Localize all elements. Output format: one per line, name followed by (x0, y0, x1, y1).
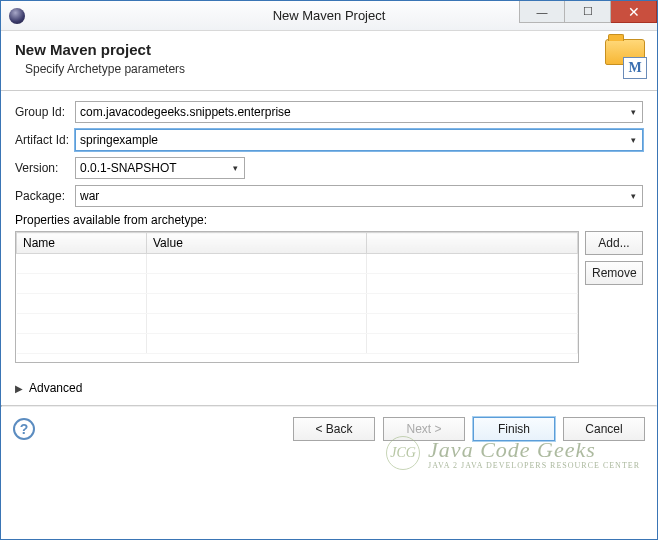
maven-m-icon: M (623, 57, 647, 79)
table-row[interactable] (17, 314, 578, 334)
wizard-subtitle: Specify Archetype parameters (25, 62, 643, 76)
wizard-heading: New Maven project (15, 41, 643, 58)
table-row[interactable] (17, 274, 578, 294)
next-button[interactable]: Next > (383, 417, 465, 441)
minimize-button[interactable]: — (519, 1, 565, 23)
artifact-id-input[interactable] (75, 129, 643, 151)
package-label: Package: (15, 189, 75, 203)
titlebar: New Maven Project — ☐ ✕ (1, 1, 657, 31)
maximize-button[interactable]: ☐ (565, 1, 611, 23)
version-row: Version: ▾ (15, 157, 643, 179)
group-id-label: Group Id: (15, 105, 75, 119)
add-button[interactable]: Add... (585, 231, 643, 255)
watermark-subtitle: JAVA 2 JAVA DEVELOPERS RESOURCE CENTER (428, 461, 640, 470)
properties-side-buttons: Add... Remove (585, 231, 643, 363)
cancel-button[interactable]: Cancel (563, 417, 645, 441)
wizard-banner: New Maven project Specify Archetype para… (1, 31, 657, 91)
properties-area: Name Value Add... Remove (15, 231, 643, 363)
content-area: Group Id: ▾ Artifact Id: ▾ Version: ▾ Pa… (1, 91, 657, 405)
version-input[interactable] (75, 157, 245, 179)
chevron-down-icon[interactable]: ▾ (226, 158, 244, 178)
version-label: Version: (15, 161, 75, 175)
package-combo[interactable]: ▾ (75, 185, 643, 207)
artifact-id-combo[interactable]: ▾ (75, 129, 643, 151)
artifact-id-row: Artifact Id: ▾ (15, 129, 643, 151)
chevron-down-icon[interactable]: ▾ (624, 130, 642, 150)
chevron-down-icon[interactable]: ▾ (624, 102, 642, 122)
col-name[interactable]: Name (17, 233, 147, 254)
expand-icon: ▶ (15, 383, 23, 394)
advanced-toggle[interactable]: ▶ Advanced (15, 381, 643, 395)
finish-button[interactable]: Finish (473, 417, 555, 441)
table-row[interactable] (17, 334, 578, 354)
advanced-label: Advanced (29, 381, 82, 395)
package-row: Package: ▾ (15, 185, 643, 207)
group-id-combo[interactable]: ▾ (75, 101, 643, 123)
properties-tbody (17, 254, 578, 354)
table-row[interactable] (17, 294, 578, 314)
version-combo[interactable]: ▾ (75, 157, 245, 179)
remove-button[interactable]: Remove (585, 261, 643, 285)
back-button[interactable]: < Back (293, 417, 375, 441)
group-id-input[interactable] (75, 101, 643, 123)
banner-icon: M (605, 39, 645, 75)
package-input[interactable] (75, 185, 643, 207)
wizard-footer: ? < Back Next > Finish Cancel (1, 407, 657, 451)
window-buttons: — ☐ ✕ (519, 1, 657, 23)
properties-label: Properties available from archetype: (15, 213, 643, 227)
col-value[interactable]: Value (147, 233, 367, 254)
close-button[interactable]: ✕ (611, 1, 657, 23)
artifact-id-label: Artifact Id: (15, 133, 75, 147)
chevron-down-icon[interactable]: ▾ (624, 186, 642, 206)
table-row[interactable] (17, 254, 578, 274)
properties-table[interactable]: Name Value (15, 231, 579, 363)
group-id-row: Group Id: ▾ (15, 101, 643, 123)
col-blank (367, 233, 578, 254)
help-icon[interactable]: ? (13, 418, 35, 440)
